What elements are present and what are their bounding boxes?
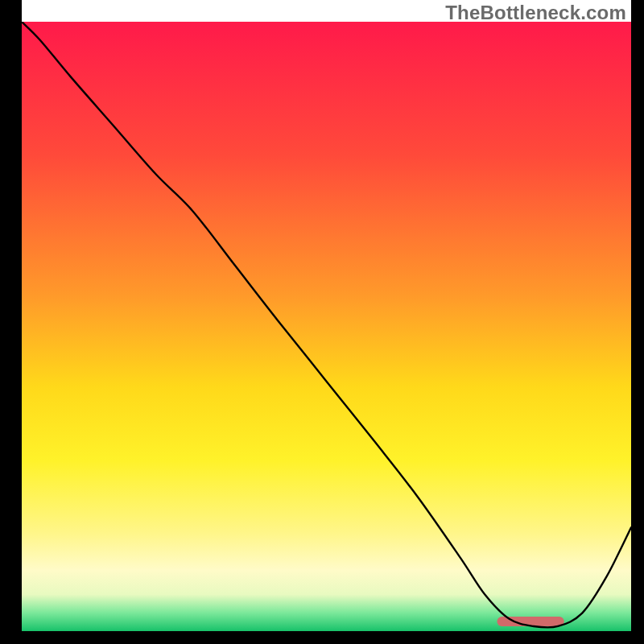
axis-frame-bottom <box>0 631 644 644</box>
chart-container <box>22 22 631 631</box>
axis-frame-left <box>0 0 22 644</box>
axis-frame-right <box>631 0 644 644</box>
watermark-text: TheBottleneck.com <box>445 2 626 24</box>
chart-gradient-area <box>22 22 631 631</box>
bottleneck-chart <box>22 22 631 631</box>
